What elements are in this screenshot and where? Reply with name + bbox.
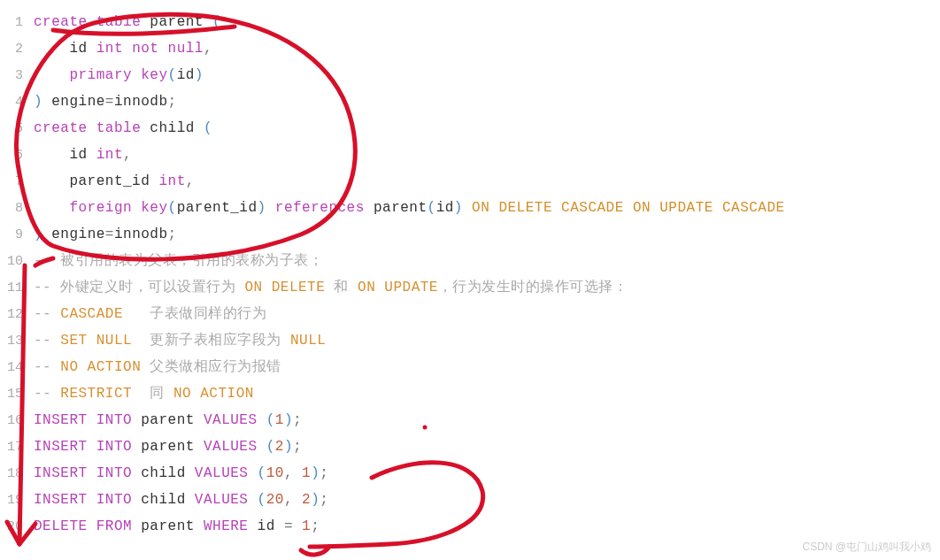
code-line[interactable]: 9) engine=innodb; [0,221,940,248]
code-content[interactable]: -- SET NULL 更新子表相应字段为 NULL [34,327,326,354]
line-number: 14 [0,355,34,381]
line-number: 9 [0,222,34,249]
code-content[interactable]: -- RESTRICT 同 NO ACTION [34,380,254,407]
code-editor[interactable]: 1create table parent (2 id int not null,… [0,0,940,548]
code-content[interactable]: INSERT INTO child VALUES (20, 2); [34,487,328,513]
code-line[interactable]: 1create table parent ( [0,9,940,35]
code-content[interactable]: -- NO ACTION 父类做相应行为报错 [34,354,281,380]
code-content[interactable]: create table child ( [34,115,212,142]
code-line[interactable]: 7 parent_id int, [0,168,940,195]
line-number: 19 [0,487,34,514]
line-number: 16 [0,408,34,434]
code-line[interactable]: 4) engine=innodb; [0,88,940,115]
code-line[interactable]: 19INSERT INTO child VALUES (20, 2); [0,487,940,513]
code-content[interactable]: create table parent ( [34,9,221,35]
line-number: 17 [0,434,34,461]
code-line[interactable]: 14-- NO ACTION 父类做相应行为报错 [0,354,940,380]
code-line[interactable]: 11-- 外键定义时，可以设置行为 ON DELETE 和 ON UPDATE，… [0,274,940,301]
code-line[interactable]: 10-- 被引用的表为父表，引用的表称为子表； [0,248,940,274]
code-line[interactable]: 6 id int, [0,142,940,168]
line-number: 8 [0,196,34,222]
code-content[interactable]: ) engine=innodb; [34,88,177,115]
code-line[interactable]: 18INSERT INTO child VALUES (10, 1); [0,460,940,487]
code-content[interactable]: INSERT INTO parent VALUES (1); [34,407,302,433]
line-number: 20 [0,514,34,541]
code-content[interactable]: DELETE FROM parent WHERE id = 1; [34,513,320,540]
code-content[interactable]: id int not null, [34,35,212,62]
code-line[interactable]: 2 id int not null, [0,35,940,62]
line-number: 2 [0,36,34,63]
code-line[interactable]: 12-- CASCADE 子表做同样的行为 [0,301,940,327]
code-content[interactable]: -- CASCADE 子表做同样的行为 [34,301,266,327]
line-number: 18 [0,461,34,487]
line-number: 4 [0,89,34,116]
code-line[interactable]: 17INSERT INTO parent VALUES (2); [0,433,940,460]
line-number: 12 [0,302,34,328]
line-number: 1 [0,10,34,36]
line-number: 15 [0,381,34,408]
code-content[interactable]: ) engine=innodb; [34,221,177,248]
code-line[interactable]: 8 foreign key(parent_id) references pare… [0,195,940,221]
code-line[interactable]: 16INSERT INTO parent VALUES (1); [0,407,940,433]
line-number: 13 [0,328,34,355]
code-line[interactable]: 5create table child ( [0,115,940,142]
code-line[interactable]: 20DELETE FROM parent WHERE id = 1; [0,513,940,540]
line-number: 11 [0,275,34,302]
line-number: 6 [0,142,34,169]
code-content[interactable]: parent_id int, [34,168,195,195]
code-content[interactable]: -- 外键定义时，可以设置行为 ON DELETE 和 ON UPDATE，行为… [34,274,628,301]
code-content[interactable]: -- 被引用的表为父表，引用的表称为子表； [34,248,323,274]
code-line[interactable]: 13-- SET NULL 更新子表相应字段为 NULL [0,327,940,354]
line-number: 3 [0,63,34,89]
line-number: 10 [0,249,34,275]
watermark: CSDN @屯门山鸡叫我小鸡 [802,540,931,555]
code-content[interactable]: id int, [34,142,132,168]
code-content[interactable]: INSERT INTO parent VALUES (2); [34,433,302,460]
code-content[interactable]: primary key(id) [34,62,204,88]
code-content[interactable]: foreign key(parent_id) references parent… [34,195,785,221]
code-content[interactable]: INSERT INTO child VALUES (10, 1); [34,460,328,487]
line-number: 5 [0,116,34,142]
code-line[interactable]: 15-- RESTRICT 同 NO ACTION [0,380,940,407]
code-line[interactable]: 3 primary key(id) [0,62,940,88]
line-number: 7 [0,169,34,196]
